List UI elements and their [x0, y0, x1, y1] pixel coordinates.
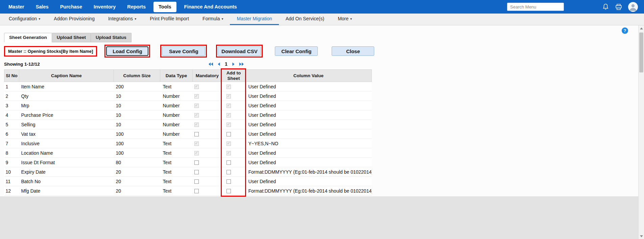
mandatory-checkbox[interactable]: [194, 132, 199, 136]
mandatory-checkbox[interactable]: [194, 151, 199, 155]
add-to-sheet-checkbox[interactable]: [226, 142, 231, 146]
nav-item-purchase[interactable]: Purchase: [54, 0, 88, 14]
master-selection-label[interactable]: Master :: Opening Stocks[By Item Name]: [5, 47, 96, 56]
table-row: 11 Batch No 20 Text User Defined: [4, 177, 372, 186]
add-to-sheet-checkbox[interactable]: [226, 94, 231, 99]
add-to-sheet-checkbox[interactable]: [226, 189, 231, 193]
cell-mandatory: [193, 148, 222, 158]
cell-column-value: User Defined: [245, 158, 372, 167]
subnav-item-more[interactable]: More▾: [331, 14, 359, 25]
scrollbar-thumb[interactable]: [639, 32, 643, 72]
mandatory-checkbox[interactable]: [194, 123, 199, 127]
cell-caption-name: Selling: [19, 120, 114, 129]
scroll-down-icon[interactable]: [639, 233, 644, 239]
subnav-item-addon-provisioning[interactable]: Addon Provisioning: [47, 14, 101, 25]
cell-column-value: User Defined: [245, 148, 372, 158]
mandatory-checkbox[interactable]: [194, 189, 199, 193]
cell-column-value: Format:DDMMYYYY (Eg:01-feb-2014 should b…: [245, 167, 372, 177]
table-row: 1 Item Name 200 Text User Defined: [4, 82, 372, 91]
cell-data-type: Text: [160, 148, 193, 158]
nav-item-inventory[interactable]: Inventory: [88, 0, 121, 14]
cell-data-type: Text: [160, 186, 193, 196]
last-page-icon[interactable]: [239, 62, 244, 66]
header-column-size: Column Size: [114, 70, 160, 82]
mandatory-checkbox[interactable]: [194, 113, 199, 117]
top-navigation-bar: Master Sales Purchase Inventory Reports …: [0, 0, 644, 14]
nav-item-finance-and-accounts[interactable]: Finance And Accounts: [178, 0, 243, 14]
cell-data-type: Number: [160, 91, 193, 101]
tab-upload-sheet[interactable]: Upload Sheet: [52, 33, 91, 42]
table-row: 6 Vat tax 100 Number User Defined: [4, 129, 372, 139]
cell-column-size: 20: [114, 177, 160, 186]
cell-data-type: Number: [160, 110, 193, 120]
subnav-item-master-migration[interactable]: Master Migration: [230, 14, 279, 25]
status-row: Showing 1-12/12 1: [4, 61, 638, 68]
subnav-item-integrations[interactable]: Integrations▾: [101, 14, 143, 25]
topbar-icon-group: [602, 2, 638, 12]
add-to-sheet-checkbox[interactable]: [226, 85, 231, 89]
user-avatar[interactable]: [628, 2, 638, 12]
cell-caption-name: Item Name: [19, 82, 114, 91]
mandatory-checkbox[interactable]: [194, 104, 199, 108]
vertical-scrollbar[interactable]: [638, 25, 644, 239]
add-to-sheet-checkbox[interactable]: [226, 132, 231, 136]
cell-add-to-sheet: [222, 82, 245, 91]
close-button[interactable]: Close: [332, 46, 374, 56]
cell-column-size: 80: [114, 158, 160, 167]
cell-caption-name: Mrp: [19, 101, 114, 110]
cell-column-size: 10: [114, 101, 160, 110]
mandatory-checkbox[interactable]: [194, 160, 199, 165]
printer-icon[interactable]: [615, 3, 622, 10]
cell-column-size: 10: [114, 120, 160, 129]
add-to-sheet-checkbox[interactable]: [226, 160, 231, 165]
subnav-item-formula[interactable]: Formula▾: [196, 14, 230, 25]
clear-config-button[interactable]: Clear Config: [275, 46, 318, 56]
cell-add-to-sheet: [222, 148, 245, 158]
load-config-button[interactable]: Load Config: [106, 46, 148, 56]
table-row: 7 Inclusive 100 Text Y~YES,N~NO: [4, 139, 372, 148]
nav-item-master[interactable]: Master: [3, 0, 30, 14]
mandatory-checkbox[interactable]: [194, 85, 199, 89]
subnav-item-print-profile-import[interactable]: Print Profile Import: [143, 14, 196, 25]
nav-item-sales[interactable]: Sales: [30, 0, 54, 14]
header-column-value: Column Value: [245, 70, 372, 82]
download-csv-button[interactable]: Download CSV: [218, 46, 261, 56]
nav-item-reports[interactable]: Reports: [121, 0, 151, 14]
nav-item-tools[interactable]: Tools: [153, 2, 176, 12]
table-row: 4 Purchase Price 10 Number User Defined: [4, 110, 372, 120]
table-header-row: Sl No Caption Name Column Size Data Type…: [4, 70, 372, 82]
cell-column-size: 20: [114, 186, 160, 196]
search-menu-input[interactable]: [507, 3, 564, 11]
scroll-up-icon[interactable]: [639, 25, 644, 31]
cell-add-to-sheet: [222, 186, 245, 196]
next-page-icon[interactable]: [231, 62, 236, 66]
notification-bell-icon[interactable]: [602, 3, 609, 10]
mandatory-checkbox[interactable]: [194, 142, 199, 146]
add-to-sheet-checkbox[interactable]: [226, 113, 231, 117]
previous-page-icon[interactable]: [216, 62, 221, 66]
add-to-sheet-checkbox[interactable]: [226, 123, 231, 127]
mandatory-checkbox[interactable]: [194, 179, 199, 184]
help-icon[interactable]: ?: [622, 27, 628, 34]
cell-caption-name: Qty: [19, 91, 114, 101]
table-row: 5 Selling 10 Number User Defined: [4, 120, 372, 129]
mandatory-checkbox[interactable]: [194, 170, 199, 174]
mandatory-checkbox[interactable]: [194, 94, 199, 99]
save-config-button[interactable]: Save Config: [162, 46, 205, 56]
add-to-sheet-checkbox[interactable]: [226, 179, 231, 184]
first-page-icon[interactable]: [208, 62, 213, 66]
subnav-item-configuration[interactable]: Configuration▾: [2, 14, 47, 25]
cell-column-value: Format:DDMMYYYY (Eg:01-feb-2014 should b…: [245, 186, 372, 196]
add-to-sheet-checkbox[interactable]: [226, 104, 231, 108]
cell-sl-no: 3: [4, 101, 19, 110]
cell-sl-no: 8: [4, 148, 19, 158]
subnav-item-label: More: [338, 16, 349, 21]
master-migration-content: ? Sheet Generation Upload Sheet Upload S…: [0, 25, 638, 196]
cell-data-type: Text: [160, 167, 193, 177]
add-to-sheet-checkbox[interactable]: [226, 151, 231, 155]
cell-caption-name: Inclusive: [19, 139, 114, 148]
tab-upload-status[interactable]: Upload Status: [91, 33, 132, 42]
tab-sheet-generation[interactable]: Sheet Generation: [4, 33, 52, 42]
add-to-sheet-checkbox[interactable]: [226, 170, 231, 174]
subnav-item-add-on-services[interactable]: Add On Service(s): [279, 14, 331, 25]
